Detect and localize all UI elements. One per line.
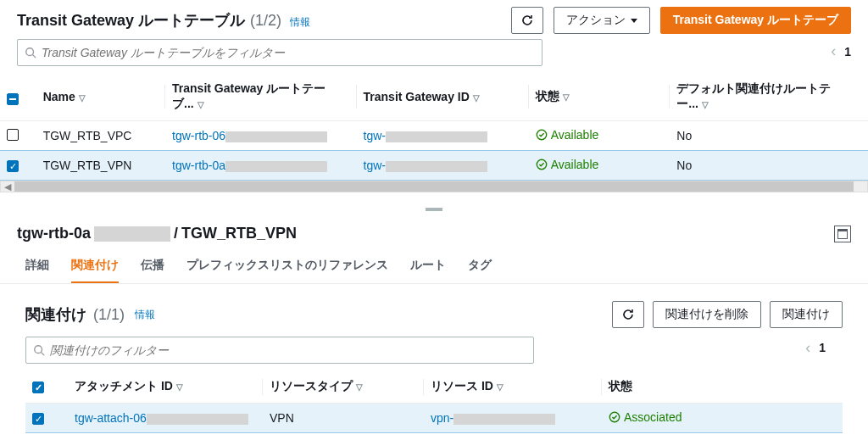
svg-point-4 [35,346,42,354]
tab-routes[interactable]: ルート [410,258,446,283]
assoc-filter-input[interactable] [50,343,526,357]
search-icon [25,47,36,58]
route-tables-table: Name▽ Transit Gateway ルートテーブ...▽ Transit… [0,73,868,181]
breadcrumb-name: TGW_RTB_VPN [181,225,297,242]
detail-tabs: 詳細 関連付け 伝播 プレフィックスリストのリファレンス ルート タグ [0,248,868,284]
tab-associations[interactable]: 関連付け [71,258,119,283]
cell-resource-type: VPN [263,404,424,433]
row-checkbox[interactable] [7,129,19,141]
associations-count: (1/1) [93,306,125,324]
svg-point-0 [26,48,34,56]
actions-dropdown[interactable]: アクション [554,7,650,34]
refresh-button[interactable] [511,7,543,34]
row-checkbox[interactable] [7,160,19,172]
tab-details[interactable]: 詳細 [25,258,49,283]
cell-rtb-id[interactable]: tgw-rtb-06 [172,129,225,142]
table-row[interactable]: tgw-attach-06 VPN vpn- Associated [25,404,843,433]
check-circle-icon [536,159,548,170]
pager-page: 1 [844,45,851,58]
cell-default-assoc: No [670,151,868,181]
tab-propagations[interactable]: 伝播 [141,258,164,283]
filter-container[interactable] [17,39,542,66]
cell-rtb-id[interactable]: tgw-rtb-0a [172,159,225,172]
select-all-checkbox[interactable] [7,93,19,105]
associations-title: 関連付け [25,304,86,325]
assoc-select-all-checkbox[interactable] [32,382,44,393]
associations-info-link[interactable]: 情報 [135,308,155,322]
col-state[interactable]: 状態▽ [529,73,670,121]
cell-resource-id[interactable]: vpn- [431,411,453,425]
col-assoc-state[interactable]: 状態 [602,370,843,404]
cell-name: TGW_RTB_VPC [36,121,165,151]
tab-prefix-refs[interactable]: プレフィックスリストのリファレンス [186,258,388,283]
search-icon [33,344,45,356]
tab-tags[interactable]: タグ [468,258,492,283]
selection-count: (1/2) [250,12,281,30]
status-badge: Available [536,128,599,142]
associations-table: アタッチメント ID▽ リソースタイプ▽ リソース ID▽ 状態 tgw-att… [25,370,843,433]
page-title: Transit Gateway ルートテーブル [17,10,245,31]
col-resource-id[interactable]: リソース ID▽ [424,370,602,404]
row-checkbox[interactable] [32,413,44,425]
table-row[interactable]: TGW_RTB_VPN tgw-rtb-0a tgw- Available No [0,151,868,181]
check-circle-icon [609,411,620,423]
status-badge: Associated [609,410,682,424]
actions-label: アクション [566,13,626,28]
assoc-pager-page: 1 [819,341,826,354]
chevron-down-icon [631,19,637,23]
col-resource-type[interactable]: リソースタイプ▽ [263,370,424,404]
pane-splitter[interactable] [0,199,868,220]
svg-line-1 [33,55,36,58]
filter-input[interactable] [42,46,535,59]
check-circle-icon [536,129,548,141]
maximize-button[interactable] [834,226,851,242]
assoc-filter-container[interactable] [25,337,534,364]
col-attachment-id[interactable]: アタッチメント ID▽ [68,370,263,404]
cell-attachment-id[interactable]: tgw-attach-06 [75,411,147,425]
table-row[interactable]: TGW_RTB_VPC tgw-rtb-06 tgw- Available No [0,121,868,151]
info-link[interactable]: 情報 [290,15,310,30]
col-tgw-id[interactable]: Transit Gateway ID▽ [357,73,529,121]
create-route-table-button[interactable]: Transit Gateway ルートテーブ [660,7,851,34]
cell-default-assoc: No [670,121,868,151]
breadcrumb-sep: / [174,225,178,242]
col-default-assoc[interactable]: デフォルト関連付けルートテー...▽ [670,73,868,121]
assoc-pager-prev[interactable]: ‹ [805,339,810,357]
assoc-refresh-button[interactable] [612,301,644,328]
delete-association-button[interactable]: 関連付けを削除 [653,301,761,328]
status-badge: Available [536,158,599,171]
col-name[interactable]: Name▽ [36,73,165,121]
grip-icon [426,208,442,211]
cell-tgw-id[interactable]: tgw- [364,159,386,172]
pager-prev[interactable]: ‹ [831,42,836,60]
refresh-icon [520,14,534,27]
col-rtb-id[interactable]: Transit Gateway ルートテーブ...▽ [165,73,357,121]
refresh-icon [621,308,635,321]
cell-tgw-id[interactable]: tgw- [364,129,386,142]
svg-line-5 [42,353,45,356]
create-association-button[interactable]: 関連付け [770,301,843,328]
cell-name: TGW_RTB_VPN [36,151,165,181]
horizontal-scrollbar[interactable]: ◀ [0,181,868,192]
breadcrumb: tgw-rtb-0a [17,225,91,242]
